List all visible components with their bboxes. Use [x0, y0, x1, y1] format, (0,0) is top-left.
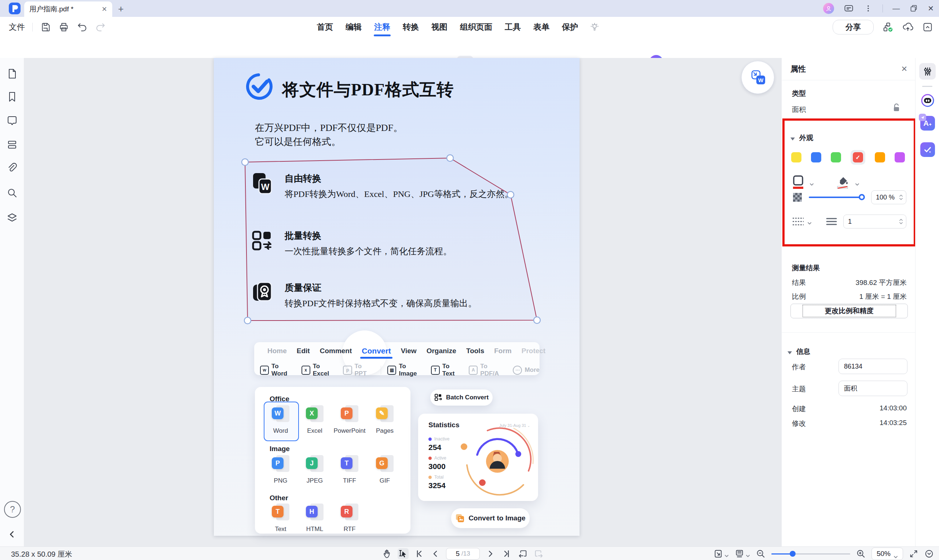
page-layout-icon[interactable]	[735, 549, 744, 558]
page-list-panel-icon[interactable]	[6, 138, 18, 150]
zoom-level-select[interactable]: 50%	[871, 548, 903, 560]
opacity-spinbox[interactable]: 100 %	[871, 190, 907, 204]
fit-page-icon[interactable]	[713, 549, 723, 558]
line-style-dropdown-icon[interactable]	[807, 220, 812, 223]
help-button[interactable]: ?	[4, 501, 21, 518]
properties-rail-button[interactable]	[919, 63, 936, 80]
previous-view-icon[interactable]	[517, 548, 528, 559]
author-input[interactable]: 86134	[839, 358, 907, 374]
zoom-out-icon[interactable]	[756, 549, 765, 558]
menu-tools[interactable]: 工具	[504, 20, 522, 34]
restore-button[interactable]	[909, 4, 918, 13]
thumbnails-panel-icon[interactable]	[6, 68, 18, 80]
fullscreen-icon[interactable]	[909, 549, 919, 558]
menu-organize[interactable]: 组织页面	[459, 20, 493, 34]
collapse-statusbar-icon[interactable]	[924, 549, 934, 558]
mini-tab-protect: Protect	[522, 347, 545, 355]
feedback-icon[interactable]	[844, 3, 854, 14]
user-avatar[interactable]	[823, 3, 834, 14]
color-swatch-purple[interactable]	[894, 152, 905, 163]
document-tab[interactable]: 用户指南.pdf * ✕	[24, 2, 112, 17]
close-window-button[interactable]: ✕	[928, 5, 934, 12]
measure-handle[interactable]	[242, 159, 248, 165]
close-properties-icon[interactable]: ✕	[901, 65, 907, 73]
zoom-slider[interactable]	[771, 551, 850, 557]
lock-icon[interactable]	[892, 103, 901, 112]
tips-lightbulb-icon[interactable]	[590, 22, 599, 32]
line-width-spinbox[interactable]: 1	[843, 215, 907, 228]
menu-view[interactable]: 视图	[431, 20, 448, 34]
page-layout-dropdown-icon[interactable]	[746, 552, 750, 555]
print-icon[interactable]	[58, 22, 69, 32]
fit-page-dropdown-icon[interactable]	[724, 552, 729, 555]
modified-label: 修改	[792, 419, 806, 428]
appearance-collapse-icon[interactable]	[790, 135, 795, 142]
line-style-icon[interactable]	[792, 217, 804, 226]
zoom-slider-thumb[interactable]	[790, 551, 796, 557]
collapse-sidebar-icon[interactable]	[8, 530, 16, 538]
previous-page-icon[interactable]	[430, 548, 441, 559]
measure-handle[interactable]	[244, 317, 251, 324]
mini-to-ppt: pTo PPT	[343, 363, 374, 377]
subject-input[interactable]: 面积	[839, 381, 907, 396]
redo-icon[interactable]	[95, 22, 106, 32]
stats-inactive: Inactive 254	[428, 436, 449, 452]
measure-handle[interactable]	[447, 155, 453, 162]
translate-icon[interactable]: A✦	[920, 116, 935, 131]
mini-to-text: TTo Text	[431, 363, 463, 377]
opacity-slider-thumb[interactable]	[859, 194, 865, 200]
border-color-dropdown-icon[interactable]	[810, 181, 814, 184]
cloud-upload-icon[interactable]	[902, 22, 913, 32]
search-panel-icon[interactable]	[6, 187, 18, 199]
titlebar-divider	[882, 5, 883, 12]
measure-handle[interactable]	[534, 317, 540, 323]
zoom-in-icon[interactable]	[856, 549, 866, 558]
color-swatch-green[interactable]	[831, 152, 841, 163]
fill-color-dropdown-icon[interactable]	[855, 181, 859, 184]
pdf-page[interactable]: 将文件与PDF格式互转 在万兴PDF中，PDF不仅仅是PDF。 它可以是任何格式…	[214, 58, 580, 536]
color-swatch-blue[interactable]	[811, 152, 821, 163]
scale-label: 比例	[792, 292, 806, 302]
todo-check-icon[interactable]	[920, 142, 935, 157]
hand-tool-icon[interactable]	[382, 548, 393, 559]
new-tab-button[interactable]: +	[118, 3, 124, 15]
menu-edit[interactable]: 编辑	[345, 20, 362, 34]
next-page-icon[interactable]	[485, 548, 496, 559]
last-page-icon[interactable]	[501, 548, 512, 559]
line-width-icon	[826, 217, 837, 226]
collapse-toolbar-icon[interactable]	[922, 22, 933, 32]
change-scale-button[interactable]: 更改比例和精度	[790, 304, 908, 318]
bookmarks-panel-icon[interactable]	[6, 91, 18, 103]
save-icon[interactable]	[40, 22, 51, 32]
page-number-input[interactable]: 5 /13	[446, 548, 480, 560]
close-tab-icon[interactable]: ✕	[102, 5, 107, 13]
menu-protect[interactable]: 保护	[561, 20, 579, 34]
color-swatch-orange[interactable]	[875, 152, 885, 163]
minimize-button[interactable]: —	[893, 5, 900, 12]
ai-robot-icon[interactable]	[920, 93, 935, 108]
kebab-menu-icon[interactable]	[864, 4, 873, 13]
menu-form[interactable]: 表单	[533, 20, 550, 34]
menu-comment[interactable]: 注释	[373, 20, 391, 34]
first-page-icon[interactable]	[414, 548, 425, 559]
select-tool-icon[interactable]	[398, 548, 409, 559]
format-html: H HTML	[298, 503, 332, 533]
opacity-slider[interactable]	[809, 197, 864, 198]
layers-panel-icon[interactable]	[6, 212, 18, 224]
info-collapse-icon[interactable]	[788, 349, 792, 356]
scale-value: 1 厘米 = 1 厘米	[859, 292, 907, 302]
share-button[interactable]: 分享	[833, 20, 874, 34]
file-menu[interactable]: 文件	[9, 22, 25, 32]
color-swatch-yellow[interactable]	[791, 152, 802, 163]
fill-color-icon[interactable]	[835, 175, 850, 189]
comments-panel-icon[interactable]	[6, 115, 18, 126]
undo-icon[interactable]	[77, 22, 88, 32]
color-swatch-red-selected[interactable]: ✓	[851, 150, 865, 165]
border-color-icon[interactable]	[792, 175, 804, 189]
menu-convert[interactable]: 转换	[402, 20, 420, 34]
workflow-status-icon[interactable]	[882, 22, 893, 32]
menu-home[interactable]: 首页	[316, 20, 334, 34]
quick-convert-word-button[interactable]: W	[741, 61, 774, 94]
attachments-panel-icon[interactable]	[6, 162, 18, 174]
next-view-icon[interactable]	[533, 548, 544, 559]
